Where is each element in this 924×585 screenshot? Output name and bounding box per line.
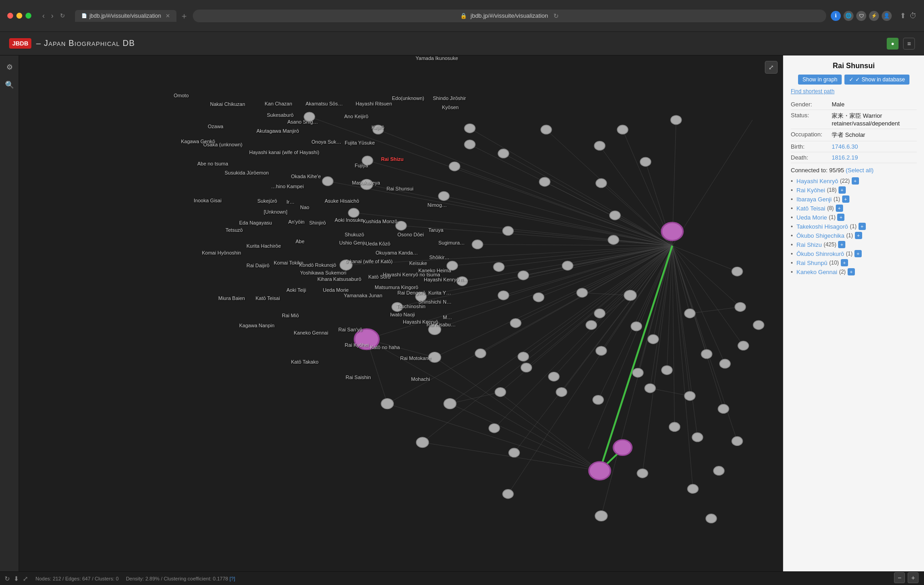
list-item: Hayashi Kenryō(22)+: [791, 176, 917, 185]
svg-point-114: [518, 352, 529, 361]
expand-button[interactable]: ⤢: [23, 575, 28, 582]
add-connection-button[interactable]: +: [836, 205, 843, 212]
connection-link[interactable]: Ueda Morie: [797, 214, 827, 221]
svg-point-145: [416, 292, 427, 301]
show-in-database-button[interactable]: ✓ ✓ Show in database: [844, 75, 909, 85]
show-db-label: ✓ Show in database: [855, 76, 905, 83]
logo-badge: JBDB: [9, 38, 31, 49]
ext-icon-1[interactable]: ℹ: [831, 11, 841, 21]
header-menu-button[interactable]: ≡: [903, 38, 915, 50]
show-in-graph-button[interactable]: Show in graph: [798, 75, 842, 85]
svg-point-156: [438, 191, 449, 200]
svg-point-104: [396, 221, 407, 230]
svg-line-65: [422, 246, 672, 443]
settings-tool-button[interactable]: ⚙: [4, 60, 15, 74]
connection-link[interactable]: Rai Kyōhei: [797, 187, 825, 194]
checkmark-icon: ✓: [849, 76, 854, 83]
maximize-button[interactable]: [25, 13, 31, 19]
list-item: Takekoshi Hisagorō(1)+: [791, 222, 917, 231]
zoom-in-button[interactable]: +: [908, 572, 919, 583]
ext-icon-3[interactable]: 🛡: [856, 11, 866, 21]
svg-line-54: [435, 246, 672, 357]
svg-point-123: [684, 391, 695, 400]
list-item: Ōkubo Shigechika(1)+: [791, 231, 917, 240]
svg-line-64: [672, 246, 723, 409]
add-connection-button[interactable]: +: [855, 232, 862, 239]
address-bar[interactable]: 🔒 jbdb.jp/#/vissuite/visualization ↻: [193, 10, 826, 22]
ext-icon-5[interactable]: 👤: [882, 11, 892, 21]
svg-point-161: [586, 320, 597, 330]
svg-point-106: [392, 302, 403, 311]
search-tool-button[interactable]: 🔍: [2, 78, 17, 92]
browser-tab[interactable]: 📄 jbdb.jp/#/vissuite/visualization ✕: [75, 10, 176, 22]
svg-point-115: [521, 363, 532, 372]
list-item: Kaneko Gennai(2)+: [791, 267, 917, 276]
connection-link[interactable]: Ōkubo Shinrokurō: [797, 250, 844, 257]
birth-value[interactable]: 1746.6.30: [832, 143, 917, 150]
add-connection-button[interactable]: +: [842, 195, 849, 203]
add-connection-button[interactable]: +: [854, 250, 862, 257]
connection-link[interactable]: Katō Teisai: [797, 205, 825, 212]
reload-button[interactable]: ↻: [5, 575, 10, 582]
connection-link[interactable]: Ōkubo Shigechika: [797, 232, 845, 239]
add-connection-button[interactable]: +: [837, 214, 844, 221]
nav-back[interactable]: ‹: [40, 10, 46, 22]
occupation-label: Occupation:: [791, 131, 832, 139]
ext-icon-4[interactable]: ⚡: [869, 11, 879, 21]
svg-point-119: [509, 448, 520, 457]
header-green-button[interactable]: ●: [887, 38, 899, 50]
add-connection-button[interactable]: +: [859, 223, 866, 230]
select-all-link[interactable]: (Select all): [846, 167, 874, 174]
svg-point-92: [304, 112, 315, 121]
svg-line-81: [367, 339, 599, 470]
svg-line-88: [650, 388, 690, 396]
death-value[interactable]: 1816.2.19: [832, 154, 917, 161]
svg-line-69: [672, 246, 697, 437]
download-button[interactable]: ⬇: [14, 575, 19, 582]
new-tab-button[interactable]: ＋: [180, 10, 188, 21]
svg-point-129: [631, 322, 642, 331]
connection-link[interactable]: Takekoshi Hisagorō: [797, 223, 848, 230]
connection-link[interactable]: Ibaraya Genji: [797, 196, 832, 203]
nav-refresh[interactable]: ↻: [58, 10, 67, 22]
svg-point-103: [348, 208, 359, 217]
svg-point-113: [475, 349, 486, 358]
minimize-button[interactable]: [16, 13, 22, 19]
rai-shunsui-node[interactable]: [662, 222, 683, 240]
app-logo: JBDB – Japan Biographical DB: [9, 38, 135, 49]
connection-link[interactable]: Rai Shunpū: [797, 260, 828, 266]
add-connection-button[interactable]: +: [841, 259, 848, 266]
svg-line-68: [672, 246, 674, 427]
list-item: Katō Teisai(8)+: [791, 204, 917, 213]
add-connection-button[interactable]: +: [848, 268, 855, 275]
close-button[interactable]: [7, 13, 13, 19]
zoom-out-button[interactable]: −: [894, 572, 905, 583]
tab-close[interactable]: ✕: [166, 13, 170, 19]
fullscreen-button[interactable]: ⤢: [765, 61, 778, 74]
connection-link[interactable]: Kaneko Gennai: [797, 269, 838, 275]
add-connection-button[interactable]: +: [852, 177, 859, 185]
rai-sanyo-node[interactable]: [613, 440, 632, 455]
connection-link[interactable]: Rai Shizu: [797, 241, 822, 248]
graph-canvas[interactable]: Omoto Nakai Chikuzan Kan Chazan Akamatsu…: [19, 55, 783, 571]
svg-point-146: [447, 261, 458, 270]
find-shortest-path-button[interactable]: Find shortest path: [791, 88, 834, 95]
svg-line-78: [450, 404, 600, 471]
nav-forward[interactable]: ›: [49, 10, 55, 22]
svg-line-39: [516, 246, 672, 323]
browser-action-buttons: ⬆ ⏱: [900, 11, 917, 20]
add-connection-button[interactable]: +: [838, 241, 845, 248]
add-connection-button[interactable]: +: [839, 186, 846, 194]
svg-point-116: [548, 372, 559, 381]
clusters-stat: Clusters: 0: [95, 576, 119, 581]
ext-icon-2[interactable]: 🌐: [844, 11, 854, 21]
share-button[interactable]: ⬆: [900, 11, 906, 20]
history-button[interactable]: ⏱: [909, 11, 917, 20]
komai-hyonoshin-node[interactable]: [355, 329, 379, 350]
svg-line-37: [672, 246, 690, 314]
clustering-stat: Clustering coefficient: 0.1778: [164, 576, 228, 581]
connection-link[interactable]: Hayashi Kenryō: [797, 178, 839, 185]
rai-kyohei-node[interactable]: [589, 462, 610, 480]
tab-title: jbdb.jp/#/vissuite/visualization: [90, 13, 161, 19]
ref-link[interactable]: [?]: [230, 576, 235, 581]
